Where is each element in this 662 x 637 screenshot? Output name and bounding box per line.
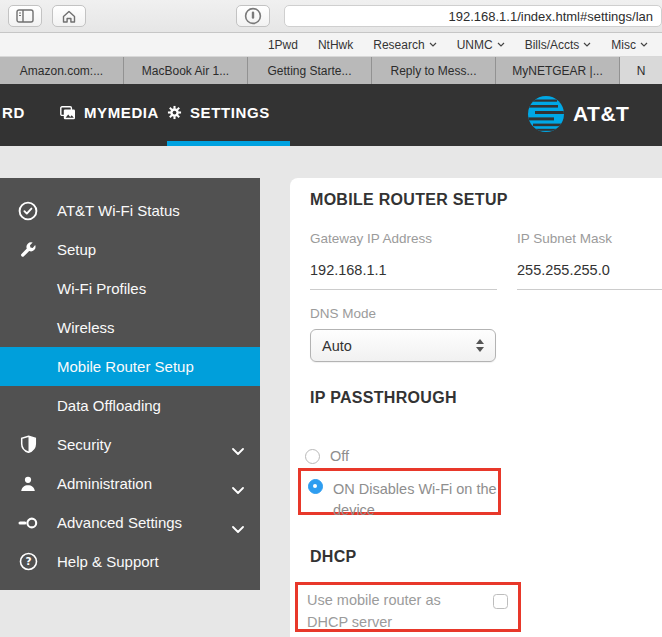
chevron-down-icon[interactable]: [232, 519, 244, 536]
bookmark-research[interactable]: Research: [373, 38, 436, 52]
select-arrows-icon: [476, 339, 484, 352]
sidebar-toggle-button[interactable]: [8, 5, 42, 27]
sidebar-item-data-offloading[interactable]: Data Offloading: [0, 386, 260, 425]
sidebar-item-wifi-profiles[interactable]: Wi-Fi Profiles: [0, 269, 260, 308]
check-circle-icon: [18, 201, 38, 221]
sidebar-item-setup[interactable]: Setup: [0, 230, 260, 269]
question-circle-icon: ?: [18, 552, 38, 571]
dns-mode-selected-value: Auto: [322, 338, 352, 354]
sidebar-item-wireless[interactable]: Wireless: [0, 308, 260, 347]
sidebar-panel-icon: [16, 9, 34, 23]
bookmark-1pwd[interactable]: 1Pwd: [268, 38, 298, 52]
att-globe-icon: [527, 95, 565, 133]
tab-getting-started[interactable]: Getting Starte...: [248, 57, 372, 84]
section-title-dhcp: DHCP: [310, 548, 357, 566]
shield-icon: [18, 435, 38, 454]
dns-mode-label: DNS Mode: [310, 306, 376, 321]
gateway-ip-input[interactable]: 192.168.1.1: [310, 262, 497, 290]
chevron-down-icon[interactable]: [232, 441, 244, 458]
bookmark-misc[interactable]: Misc: [611, 38, 648, 52]
nav-item-settings[interactable]: SETTINGS: [167, 104, 270, 121]
tab-macbook-air[interactable]: MacBook Air 1...: [124, 57, 248, 84]
radio-option-on[interactable]: ON Disables Wi-Fi on the device: [308, 479, 499, 521]
key-icon: [18, 516, 38, 530]
dhcp-server-label: Use mobile router as DHCP server: [307, 590, 483, 634]
home-button[interactable]: [52, 5, 86, 27]
gear-icon: [167, 105, 182, 120]
radio-option-off[interactable]: Off: [305, 448, 349, 464]
wrench-icon: [18, 241, 38, 259]
onepassword-extension-button[interactable]: [236, 5, 270, 27]
home-icon: [61, 9, 77, 24]
tab-active-netgear[interactable]: N: [620, 57, 662, 84]
chevron-down-icon: [429, 42, 437, 47]
chevron-down-icon: [583, 42, 591, 47]
sidebar-item-wifi-status[interactable]: AT&T Wi-Fi Status: [0, 191, 260, 230]
sidebar-item-help-support[interactable]: ? Help & Support: [0, 542, 260, 581]
settings-workspace: AT&T Wi-Fi Status Setup Wi-Fi Profiles W…: [0, 146, 662, 637]
sidebar-item-advanced-settings[interactable]: Advanced Settings: [0, 503, 260, 542]
media-icon: [60, 106, 76, 120]
tab-bar: Amazon.com:... MacBook Air 1... Getting …: [0, 57, 662, 84]
bookmark-unmc[interactable]: UNMC: [457, 38, 505, 52]
sidebar-item-security[interactable]: Security: [0, 425, 260, 464]
bookmarks-bar: 1Pwd NtHwk Research UNMC Bills/Accts Mis…: [0, 33, 662, 57]
tab-reply-to-message[interactable]: Reply to Mess...: [372, 57, 496, 84]
brand-text: AT&T: [573, 102, 629, 126]
app-navbar: RD MYMEDIA SETTINGS: [0, 84, 662, 146]
onepassword-icon: [244, 7, 262, 25]
browser-toolbar: 192.168.1.1/index.html#settings/lan: [0, 0, 662, 33]
chevron-down-icon[interactable]: [232, 480, 244, 497]
dhcp-server-checkbox[interactable]: [493, 594, 508, 609]
chevron-down-icon: [497, 42, 505, 47]
gateway-ip-label: Gateway IP Address: [310, 231, 497, 246]
sidebar-item-mobile-router-setup[interactable]: Mobile Router Setup: [0, 347, 260, 386]
settings-sidebar: AT&T Wi-Fi Status Setup Wi-Fi Profiles W…: [0, 178, 260, 590]
sidebar-item-administration[interactable]: Administration: [0, 464, 260, 503]
att-brand: AT&T: [527, 95, 629, 133]
url-text: 192.168.1.1/index.html#settings/lan: [448, 9, 653, 24]
annotation-box-ip-passthrough-on: ON Disables Wi-Fi on the device: [298, 468, 501, 515]
dns-mode-select[interactable]: Auto: [310, 329, 496, 362]
mobile-router-setup-panel: MOBILE ROUTER SETUP Gateway IP Address 1…: [290, 178, 662, 637]
nav-item-mymedia[interactable]: MYMEDIA: [60, 104, 159, 121]
gateway-ip-field: Gateway IP Address 192.168.1.1: [310, 231, 497, 290]
annotation-box-dhcp-server: Use mobile router as DHCP server: [295, 582, 521, 632]
subnet-mask-input[interactable]: 255.255.255.0: [517, 262, 662, 290]
nav-item-dashboard-partial[interactable]: RD: [2, 104, 25, 121]
person-icon: [18, 475, 38, 492]
bookmark-nthwk[interactable]: NtHwk: [318, 38, 353, 52]
radio-off-icon[interactable]: [305, 449, 320, 464]
chevron-down-icon: [640, 42, 648, 47]
bookmark-bills-accts[interactable]: Bills/Accts: [525, 38, 592, 52]
radio-on-selected-icon[interactable]: [308, 479, 323, 494]
subnet-mask-field: IP Subnet Mask 255.255.255.0: [517, 231, 662, 290]
subnet-mask-label: IP Subnet Mask: [517, 231, 662, 246]
svg-text:?: ?: [25, 555, 31, 567]
section-title-mobile-router-setup: MOBILE ROUTER SETUP: [310, 191, 508, 209]
tab-amazon[interactable]: Amazon.com:...: [0, 57, 124, 84]
address-bar[interactable]: 192.168.1.1/index.html#settings/lan: [284, 5, 662, 27]
section-title-ip-passthrough: IP PASSTHROUGH: [310, 389, 457, 407]
tab-mynetgear[interactable]: MyNETGEAR |...: [496, 57, 620, 84]
